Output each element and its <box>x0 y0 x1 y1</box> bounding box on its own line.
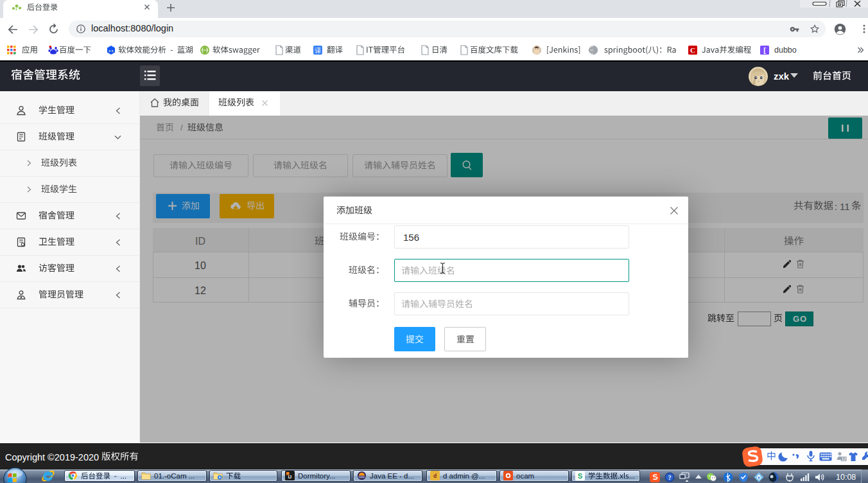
svg-text:[: [ <box>763 46 766 54</box>
svg-text:?: ? <box>668 475 672 481</box>
svg-text:C: C <box>690 46 695 54</box>
svg-text:d: d <box>433 473 437 479</box>
svg-text:S: S <box>578 472 583 480</box>
svg-text:IJ: IJ <box>288 475 292 479</box>
svg-text:12: 12 <box>842 457 847 461</box>
